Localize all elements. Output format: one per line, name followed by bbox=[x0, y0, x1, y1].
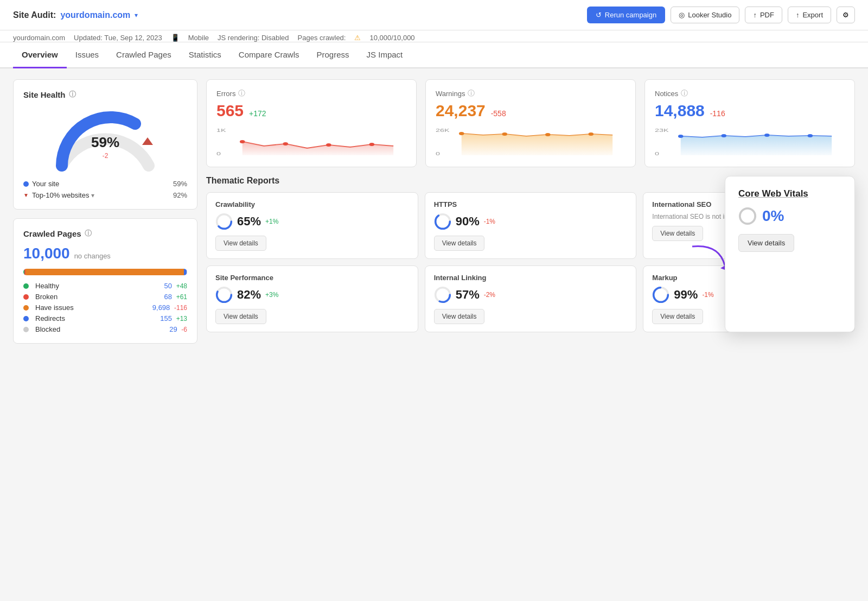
blocked-num: 29 bbox=[169, 325, 177, 333]
svg-text:26K: 26K bbox=[436, 128, 449, 134]
broken-change: +61 bbox=[176, 293, 187, 301]
rerun-icon: ↺ bbox=[596, 11, 602, 19]
left-column: Site Health ⓘ 59% -2 bbox=[13, 79, 197, 344]
site-performance-view-details-button[interactable]: View details bbox=[215, 309, 266, 324]
errors-value-row: 565 +172 bbox=[216, 102, 406, 120]
metrics-row: Errors ⓘ 565 +172 1K bbox=[206, 79, 855, 167]
crawlability-title: Crawlability bbox=[215, 200, 409, 208]
healthy-dot bbox=[23, 283, 29, 289]
https-change: -1% bbox=[484, 218, 495, 225]
nav-item-progress[interactable]: Progress bbox=[308, 42, 358, 68]
top10-value: 92% bbox=[173, 191, 187, 199]
crawled-legend-broken: Broken 68 +61 bbox=[23, 293, 187, 301]
cwv-title: Core Web Vitals bbox=[738, 188, 841, 199]
notices-info-icon[interactable]: ⓘ bbox=[681, 88, 688, 98]
international-seo-view-details-button[interactable]: View details bbox=[652, 226, 703, 241]
svg-text:0: 0 bbox=[216, 151, 221, 157]
have-issues-num: 9,698 bbox=[152, 303, 170, 312]
crawled-count-row: 10,000 no changes bbox=[23, 245, 187, 262]
markup-change: -1% bbox=[702, 291, 713, 299]
svg-marker-0 bbox=[142, 137, 153, 145]
top-bar-left: Site Audit: yourdomain.com ▾ bbox=[13, 10, 138, 20]
warnings-value-row: 24,237 -558 bbox=[436, 102, 626, 120]
warnings-change: -558 bbox=[491, 109, 506, 118]
nav-item-crawled-pages[interactable]: Crawled Pages bbox=[107, 42, 180, 68]
cwv-score-row: 0% bbox=[738, 207, 841, 225]
crawlability-score: 65% bbox=[237, 214, 261, 229]
errors-value: 565 bbox=[216, 102, 244, 119]
site-performance-score-row: 82% +3% bbox=[215, 286, 409, 303]
domain-name[interactable]: yourdomain.com bbox=[60, 10, 130, 20]
nav-item-issues[interactable]: Issues bbox=[67, 42, 107, 68]
svg-point-15 bbox=[678, 135, 684, 138]
site-health-info-icon[interactable]: ⓘ bbox=[69, 90, 76, 99]
your-site-value: 59% bbox=[173, 180, 187, 188]
svg-point-11 bbox=[545, 133, 551, 136]
cwv-view-details-button[interactable]: View details bbox=[738, 234, 794, 252]
site-audit-label: Site Audit: bbox=[13, 10, 56, 20]
have-issues-dot bbox=[23, 305, 29, 311]
cwv-circle bbox=[738, 207, 757, 225]
core-web-vitals-popup: Core Web Vitals 0% View details bbox=[725, 176, 855, 332]
svg-point-17 bbox=[764, 134, 770, 137]
warnings-value: 24,237 bbox=[436, 102, 486, 119]
settings-button[interactable]: ⚙ bbox=[837, 7, 855, 23]
errors-info-icon[interactable]: ⓘ bbox=[238, 88, 245, 98]
https-score: 90% bbox=[456, 214, 480, 229]
crawled-legend-redirects: Redirects 155 +13 bbox=[23, 314, 187, 322]
looker-studio-button[interactable]: ◎ Looker Studio bbox=[671, 7, 739, 23]
rerun-campaign-button[interactable]: ↺ Rerun campaign bbox=[587, 7, 665, 23]
healthy-num: 50 bbox=[164, 282, 172, 290]
nav-item-overview[interactable]: Overview bbox=[13, 42, 67, 68]
notices-value: 14,888 bbox=[655, 102, 705, 119]
svg-text:1K: 1K bbox=[216, 128, 226, 134]
crawlability-score-row: 65% +1% bbox=[215, 213, 409, 230]
top10-triangle-icon: ▼ bbox=[23, 192, 29, 198]
nav-item-statistics[interactable]: Statistics bbox=[180, 42, 230, 68]
gear-icon: ⚙ bbox=[843, 11, 849, 19]
internal-linking-view-details-button[interactable]: View details bbox=[434, 309, 485, 324]
nav-bar: Overview Issues Crawled Pages Statistics… bbox=[0, 42, 868, 68]
mobile-icon: 📱 bbox=[171, 34, 180, 42]
errors-change: +172 bbox=[249, 109, 266, 118]
internal-linking-score-row: 57% -2% bbox=[434, 286, 628, 303]
broken-label: Broken bbox=[35, 293, 58, 301]
svg-point-4 bbox=[283, 142, 289, 145]
top10-dropdown-icon[interactable]: ▾ bbox=[91, 192, 94, 199]
crawled-legend: Healthy 50 +48 Broken 68 +61 bbox=[23, 282, 187, 333]
nav-item-js-impact[interactable]: JS Impact bbox=[358, 42, 412, 68]
crawlability-circle bbox=[215, 213, 233, 230]
nav-item-compare-crawls[interactable]: Compare Crawls bbox=[230, 42, 308, 68]
warnings-info-icon[interactable]: ⓘ bbox=[468, 88, 475, 98]
svg-point-12 bbox=[589, 132, 594, 136]
https-view-details-button[interactable]: View details bbox=[434, 236, 485, 251]
internal-linking-circle bbox=[434, 286, 451, 303]
crawlability-view-details-button[interactable]: View details bbox=[215, 236, 266, 251]
svg-text:0: 0 bbox=[655, 151, 659, 157]
https-title: HTTPS bbox=[434, 200, 628, 208]
https-score-row: 90% -1% bbox=[434, 213, 628, 230]
https-circle bbox=[434, 213, 451, 230]
markup-score: 99% bbox=[674, 288, 698, 302]
site-health-legend: Your site 59% ▼ Top-10% websites ▾ 92% bbox=[23, 180, 187, 199]
crawled-pages-title: Crawled Pages ⓘ bbox=[23, 229, 187, 238]
blocked-dot bbox=[23, 327, 29, 332]
sub-bar-info: yourdomain.com Updated: Tue, Sep 12, 202… bbox=[13, 34, 855, 42]
domain-dropdown-icon[interactable]: ▾ bbox=[135, 11, 138, 19]
markup-view-details-button[interactable]: View details bbox=[652, 309, 703, 324]
svg-point-9 bbox=[459, 132, 464, 135]
pdf-button[interactable]: ↑ PDF bbox=[745, 7, 782, 23]
healthy-label: Healthy bbox=[35, 282, 59, 290]
cwv-score-value: 0% bbox=[762, 207, 784, 225]
errors-mini-chart: 1K 0 bbox=[216, 125, 406, 158]
site-performance-title: Site Performance bbox=[215, 274, 409, 282]
warnings-card: Warnings ⓘ 24,237 -558 bbox=[425, 79, 636, 167]
crawled-pages-info-icon[interactable]: ⓘ bbox=[85, 229, 92, 238]
notices-label: Notices ⓘ bbox=[655, 88, 845, 98]
report-card-internal-linking: Internal Linking 57% -2% View details bbox=[425, 265, 637, 332]
errors-card: Errors ⓘ 565 +172 1K bbox=[206, 79, 417, 167]
have-issues-change: -116 bbox=[174, 304, 187, 312]
export-button[interactable]: ↑ Export bbox=[788, 7, 831, 23]
subbar-crawl-count: 10,000/10,000 bbox=[369, 34, 414, 42]
broken-num: 68 bbox=[164, 293, 172, 301]
